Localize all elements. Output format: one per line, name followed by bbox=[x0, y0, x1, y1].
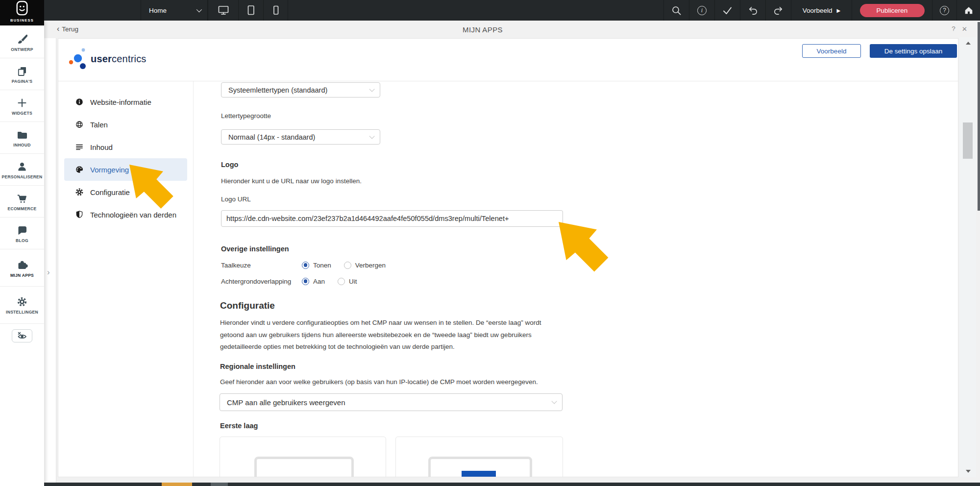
hide-preview-button[interactable] bbox=[12, 329, 32, 342]
home-button[interactable] bbox=[956, 0, 980, 21]
regional-settings-desc: Geef hieronder aan voor welke gebruikers… bbox=[220, 378, 538, 386]
publish-button-wrap: Publiceren bbox=[852, 0, 932, 21]
bottom-bar-gray-segment bbox=[211, 483, 228, 486]
regional-settings-heading: Regionale instellingen bbox=[220, 363, 295, 370]
font-size-value: Normaal (14px - standaard) bbox=[228, 133, 315, 141]
info-filled-icon bbox=[75, 97, 84, 106]
radio-aan-label: Aan bbox=[313, 278, 325, 285]
usercentrics-panel: usercentrics Voorbeeld De settings opsla… bbox=[58, 38, 958, 477]
search-icon bbox=[671, 5, 682, 16]
top-toolbar: Home i Voorbeeld ▶ Publiceren bbox=[0, 0, 980, 21]
banner-preview-shape bbox=[254, 457, 354, 477]
brush-icon bbox=[17, 34, 27, 45]
radio-tonen-label: Tonen bbox=[313, 262, 331, 269]
logo-section-desc: Hieronder kunt u de URL naar uw logo ins… bbox=[221, 177, 362, 185]
pages-icon bbox=[17, 66, 27, 76]
sidebar-item-personaliseren[interactable]: PERSONALISEREN bbox=[0, 154, 44, 186]
overlay-help-icon[interactable]: ? bbox=[952, 25, 956, 33]
app-preview-button[interactable]: Voorbeeld bbox=[802, 44, 861, 58]
undo-button[interactable] bbox=[740, 0, 765, 21]
radio-uit-label: Uit bbox=[349, 278, 357, 285]
gear-icon bbox=[75, 188, 84, 196]
font-size-dropdown[interactable]: Normaal (14px - standaard) bbox=[221, 129, 380, 145]
radio-tonen[interactable] bbox=[302, 262, 309, 269]
sidebar-item-blog[interactable]: BLOG bbox=[0, 218, 44, 249]
first-layer-option-banner[interactable] bbox=[220, 437, 386, 477]
redo-button[interactable] bbox=[765, 0, 791, 21]
tablet-icon bbox=[245, 4, 256, 16]
sidebar-item-label: ECOMMERCE bbox=[8, 206, 37, 211]
sidebar-item-widgets[interactable]: WIDGETS bbox=[0, 90, 44, 122]
logo-section-heading: Logo bbox=[221, 161, 238, 169]
play-icon: ▶ bbox=[837, 8, 841, 13]
radio-aan[interactable] bbox=[302, 278, 309, 285]
publish-button[interactable]: Publiceren bbox=[860, 4, 925, 17]
search-button[interactable] bbox=[663, 0, 689, 21]
configuratie-desc: Hieronder vindt u verdere configuratieop… bbox=[220, 317, 559, 353]
chat-bubble-icon bbox=[17, 225, 27, 236]
regional-dropdown[interactable]: CMP aan alle gebruikers weergeven bbox=[220, 393, 563, 411]
sidebar-item-label: BLOG bbox=[16, 238, 28, 243]
builder-logo[interactable]: BUSINESS bbox=[0, 0, 44, 25]
sidebar-item-label: ONTWERP bbox=[11, 47, 33, 52]
sidebar-item-label: PAGINA'S bbox=[12, 79, 33, 84]
language-choice-options: Tonen Verbergen bbox=[302, 260, 386, 270]
save-settings-button[interactable]: De settings opslaan bbox=[870, 44, 957, 58]
close-icon[interactable]: ✕ bbox=[962, 25, 967, 33]
overlay-header: ‹Terug MIJN APPS ? ✕ bbox=[44, 21, 980, 38]
nav-item-website-informatie[interactable]: Website-informatie bbox=[58, 91, 193, 113]
logo-url-input[interactable] bbox=[221, 210, 563, 227]
sidebar-item-instellingen[interactable]: INSTELLINGEN bbox=[0, 287, 44, 324]
mobile-view-button[interactable] bbox=[263, 0, 288, 21]
chevron-down-icon bbox=[369, 133, 374, 139]
nav-item-talen[interactable]: Talen bbox=[58, 113, 193, 136]
configuratie-heading: Configuratie bbox=[220, 300, 275, 311]
preview-button[interactable]: Voorbeeld ▶ bbox=[791, 0, 852, 21]
check-button[interactable] bbox=[714, 0, 740, 21]
page-selector-label: Home bbox=[149, 7, 167, 14]
page-selector-dropdown[interactable]: Home bbox=[141, 0, 208, 21]
undo-icon bbox=[747, 5, 759, 16]
first-layer-option-modal[interactable] bbox=[395, 437, 563, 477]
sidebar-item-paginas[interactable]: PAGINA'S bbox=[0, 58, 44, 90]
chevron-down-icon bbox=[369, 86, 374, 92]
sidebar-item-label: WIDGETS bbox=[12, 111, 32, 116]
modal-preview-shape bbox=[428, 457, 532, 477]
radio-uit[interactable] bbox=[338, 278, 345, 285]
sidebar-item-ecommerce[interactable]: ECOMMERCE bbox=[0, 186, 44, 218]
sidebar-item-mijn-apps[interactable]: MIJN APPS bbox=[0, 249, 44, 287]
text-lines-icon bbox=[75, 143, 84, 151]
sidebar-item-ontwerp[interactable]: ONTWERP bbox=[0, 26, 44, 58]
info-button[interactable]: i bbox=[689, 0, 714, 21]
nav-item-label: Inhoud bbox=[90, 143, 113, 151]
sidebar-item-inhoud[interactable]: INHOUD bbox=[0, 122, 44, 154]
editor-sidebar: ONTWERP PAGINA'S WIDGETS INHOUD PERSONAL… bbox=[0, 21, 44, 486]
gear-icon bbox=[17, 296, 27, 307]
info-icon: i bbox=[697, 6, 707, 15]
radio-verbergen[interactable] bbox=[344, 262, 351, 269]
browser-scrollbar-thumb[interactable] bbox=[978, 22, 980, 211]
usercentrics-wordmark: usercentrics bbox=[91, 53, 147, 65]
check-icon bbox=[722, 5, 733, 16]
panel-collapse-chevron[interactable]: › bbox=[47, 267, 50, 277]
nav-item-label: Vormgeving bbox=[90, 166, 129, 174]
usercentrics-dots-icon bbox=[68, 47, 88, 71]
smiley-logo-icon bbox=[15, 0, 29, 18]
nav-item-inhoud[interactable]: Inhoud bbox=[58, 136, 193, 158]
nav-item-label: Talen bbox=[90, 121, 108, 129]
scroll-up-arrow[interactable] bbox=[966, 42, 971, 45]
help-button[interactable]: ? bbox=[932, 0, 956, 21]
panel-scrollbar[interactable] bbox=[959, 37, 976, 477]
font-family-dropdown[interactable]: Systeemlettertypen (standaard) bbox=[221, 82, 380, 97]
scroll-down-arrow[interactable] bbox=[966, 470, 971, 473]
folder-icon bbox=[17, 129, 27, 140]
tablet-view-button[interactable] bbox=[238, 0, 263, 21]
scrollbar-thumb[interactable] bbox=[963, 122, 973, 159]
person-icon bbox=[17, 161, 27, 172]
redo-icon bbox=[773, 5, 784, 16]
desktop-view-button[interactable] bbox=[208, 0, 238, 21]
plus-icon bbox=[17, 97, 27, 108]
globe-icon bbox=[75, 120, 84, 129]
sidebar-item-label: PERSONALISEREN bbox=[1, 174, 42, 179]
modal-preview-dialog bbox=[462, 471, 496, 477]
